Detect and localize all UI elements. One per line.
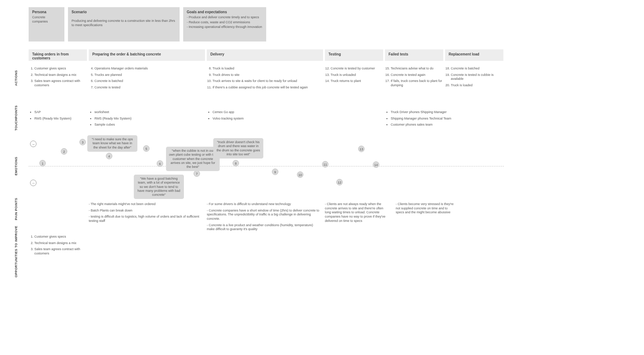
opp-item: Sales team agrees contract with customer… [34, 247, 87, 256]
row-label-opp: OPPORTUNITIES TO IMPROVE [14, 226, 18, 277]
goals-title: Goals and expectations [187, 10, 263, 14]
opp-col-1: Customer gives specs Technical team desi… [29, 235, 87, 258]
pain-item: - For some drivers is difficult to under… [207, 202, 321, 206]
touchpoints-col-5: Truck Driver phones Shipping Manager Shi… [385, 110, 457, 129]
emotion-quote: "We have a good batching team, with a lo… [134, 175, 184, 199]
phase-header: Replacement load [445, 49, 503, 61]
scenario-card: Scenario Producing and delivering concre… [68, 7, 180, 42]
touchpoints-col-1: SAP RMS (Ready Mix System) [29, 110, 87, 123]
actions-col-2: Operations Manager orders materials Truc… [89, 67, 160, 92]
actions-col-3: Truck is loaded Truck drives to site Tru… [207, 67, 323, 92]
emotion-node: 4 [106, 153, 112, 159]
touchpoint-item: RMS (Ready Mix System) [94, 117, 160, 121]
touchpoint-item: worksheet [94, 110, 160, 115]
pain-item: - testing is difficult due to logistics,… [89, 215, 201, 223]
action-item: Trucks are planned [94, 73, 160, 77]
action-item: If there's a cubbie assigned to this job… [213, 86, 323, 90]
action-item: Sales team agrees contract with customer… [34, 79, 87, 87]
emotion-node: 1 [39, 160, 46, 166]
action-item: Truck arrives to site & waits for client… [213, 79, 323, 83]
touchpoint-item: Sample cubes [94, 123, 160, 127]
touchpoint-item: Shipping Manager phones Technical Team [391, 117, 457, 121]
touchpoint-item: RMS (Ready Mix System) [34, 117, 87, 121]
emotion-node: 2 [61, 148, 67, 155]
emotion-node: 11 [322, 161, 328, 167]
goals-card: Goals and expectations - Produce and del… [183, 7, 266, 42]
touchpoints-col-2: worksheet RMS (Ready Mix System) Sample … [89, 110, 160, 129]
actions-col-6: Concrete is batched Concrete is tested i… [445, 67, 503, 90]
emotion-node: 7 [194, 170, 200, 177]
action-item: Technical team designs a mix [34, 73, 87, 77]
emotion-node: 13 [358, 146, 365, 152]
action-item: Customer gives specs [34, 67, 87, 71]
row-label-touchpoints: TOUCHPOINTS [14, 105, 18, 131]
action-item: Concrete is tested by customer [331, 67, 383, 71]
phase-header: Preparing the order & batching concrete [89, 49, 205, 61]
pain-col-2: - The right materials might've not been … [89, 202, 201, 225]
touchpoints-col-3: Cemex Go app Volvo tracking system [207, 110, 300, 123]
row-label-emotions: EMOTIONS [14, 157, 18, 175]
pain-col-5: - Clients become very stressed is they'r… [396, 202, 457, 217]
phase-header: Failed tests [385, 49, 443, 61]
phase-header: Testing [325, 49, 383, 61]
pain-col-3: - For some drivers is difficult to under… [207, 202, 321, 234]
action-item: Concrete is tested [94, 86, 160, 90]
emotion-node: 8 [233, 160, 239, 166]
touchpoint-item: Volvo tracking system [213, 117, 300, 121]
goals-item: - Reduce costs, waste and CO2 emmissions [187, 20, 263, 25]
phase-header: Delivery [207, 49, 323, 61]
touchpoint-item: SAP [34, 110, 87, 115]
row-label-pain: PAIN POINTS [14, 198, 18, 220]
action-item: Truck is loaded [451, 83, 503, 88]
emotion-node: 6 [157, 160, 163, 167]
pain-item: - Concrete companies have a short window… [207, 209, 321, 221]
action-item: Truck is unloaded [331, 73, 383, 77]
action-item: Concrete is batched [94, 79, 160, 83]
pain-item: - The right materials might've not been … [89, 202, 201, 206]
actions-col-5: Technicians advise what to do Concrete i… [385, 67, 443, 90]
action-item: Concrete is tested again [391, 73, 443, 77]
emotion-node: 5 [143, 145, 150, 152]
action-item: Truck is loaded [213, 67, 323, 71]
pain-item: - Clients become very stressed is they'r… [396, 202, 457, 215]
goals-item: - Produce and deliver concrete timely an… [187, 15, 263, 20]
action-item: Concrete is batched [451, 67, 503, 71]
pain-item: - Concrete is a live product and weather… [207, 223, 321, 232]
goals-item: - Increasing operational efficiency thro… [187, 25, 263, 29]
opp-item: Customer gives specs [34, 235, 87, 239]
action-item: Truck drives to site [213, 73, 323, 77]
phase-header: Taking orders in from customers [29, 49, 87, 61]
action-item: If fails, truck comes back to plant for … [391, 79, 443, 87]
happy-face-icon: ⌣ [30, 141, 36, 147]
pain-item: - Clients are not always ready when the … [325, 202, 389, 223]
persona-body: Concrete companies [32, 15, 61, 24]
opp-item: Technical team designs a mix [34, 241, 87, 245]
scenario-title: Scenario [72, 10, 176, 14]
sad-face-icon: ⌢ [30, 180, 36, 186]
touchpoint-item: Customer phones sales team [391, 123, 457, 127]
emotion-baseline [29, 166, 504, 166]
emotion-quote: "when the cubbie is not in our own plant… [166, 147, 220, 171]
touchpoint-item: Truck Driver phones Shipping Manager [391, 110, 457, 115]
emotion-quote: "I need to make sure the ops team know w… [87, 135, 137, 152]
action-item: Truck returns to plant [331, 79, 383, 83]
emotion-node: 3 [79, 139, 86, 145]
pain-item: - Batch Plants can break down [89, 209, 201, 213]
action-item: Concrete is tested is cubbie is availabl… [451, 73, 503, 81]
emotion-node: 10 [297, 171, 303, 178]
actions-col-1: Customer gives specs Technical team desi… [29, 67, 87, 90]
persona-card: Persona Concrete companies [29, 7, 64, 42]
emotion-node: 9 [272, 169, 278, 175]
pain-col-4: - Clients are not always ready when the … [325, 202, 389, 225]
row-label-actions: ACTIONS [14, 70, 18, 86]
persona-title: Persona [32, 10, 61, 14]
action-item: Technicians advise what to do [391, 67, 443, 71]
scenario-body: Producing and delivering concrete to a c… [72, 19, 176, 27]
emotion-quote: "truck driver doesn't check his drum and… [213, 138, 263, 159]
emotion-node: 12 [336, 179, 343, 185]
actions-col-4: Concrete is tested by customer Truck is … [325, 67, 383, 86]
touchpoint-item: Cemex Go app [213, 110, 300, 115]
action-item: Operations Manager orders materials [94, 67, 160, 71]
emotion-node: 14 [373, 161, 379, 168]
